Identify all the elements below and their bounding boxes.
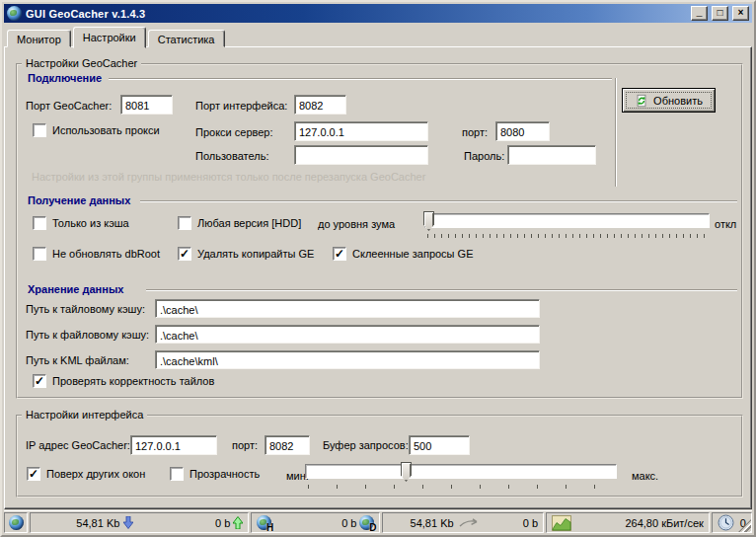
no-dbroot-update-checkbox[interactable]: Не обновлять dbRoot — [33, 247, 160, 261]
checkbox-box — [33, 216, 46, 230]
checkbox-box: ✓ — [27, 467, 40, 481]
connection-section-line — [109, 78, 612, 80]
transparency-label: Прозрачность — [189, 468, 260, 480]
any-version-checkbox[interactable]: Любая версия [HDD] — [178, 216, 301, 230]
app-globe-icon — [7, 6, 22, 21]
username-label: Пользователь: — [195, 150, 268, 162]
ip-address-input[interactable] — [130, 435, 217, 455]
iface-upload-value: 0 b — [523, 517, 538, 529]
file-cache-path-input[interactable] — [155, 325, 540, 344]
data-fetch-section-title: Получение данных — [28, 194, 130, 206]
slider-thumb[interactable] — [401, 462, 412, 482]
transparency-checkbox[interactable]: Прозрачность — [170, 467, 260, 481]
proxy-server-label: Прокси сервер: — [195, 126, 273, 138]
slider-ticks — [427, 234, 707, 238]
refresh-button[interactable]: Обновить — [622, 88, 716, 113]
password-input[interactable] — [507, 145, 596, 165]
proxy-port-label: порт: — [462, 126, 488, 138]
request-buffer-input[interactable] — [409, 435, 470, 455]
upload-arrow-icon — [233, 516, 243, 529]
glued-requests-checkbox[interactable]: ✓ Склеенные запросы GE — [333, 247, 473, 261]
ge-upload-value: 0 b — [215, 517, 230, 529]
interface-port-input[interactable] — [294, 95, 346, 115]
tab-strip: Монитор Настройки Статистика — [7, 26, 227, 47]
remove-copyrights-label: Удалять копирайты GE — [197, 248, 314, 260]
minimize-button[interactable]: _ — [691, 6, 708, 21]
zoom-level-slider[interactable] — [424, 211, 710, 239]
title-bar: GUI GeoCacher v.1.4.3 _ □ × — [4, 4, 752, 23]
checkbox-box — [178, 216, 191, 230]
app-window: GUI GeoCacher v.1.4.3 _ □ × Монитор Наст… — [0, 0, 756, 537]
remove-copyrights-checkbox[interactable]: ✓ Удалять копирайты GE — [178, 247, 314, 261]
checkbox-box: ✓ — [33, 374, 46, 388]
slider-ticks — [308, 485, 614, 489]
interface-port-label: Порт интерфейса: — [195, 100, 287, 112]
verify-tiles-label: Проверять корректность тайлов — [52, 375, 214, 387]
statusbar-ge-panel — [4, 512, 28, 533]
use-proxy-label: Использовать прокси — [52, 124, 160, 136]
storage-section-line — [146, 289, 737, 291]
slider-max-label: макс. — [632, 470, 658, 482]
any-version-label: Любая версия [HDD] — [197, 217, 301, 229]
hdd-cache-globe-icon: H — [257, 515, 271, 530]
cache-bytes-value: 0 b — [341, 517, 356, 529]
slider-thumb[interactable] — [423, 211, 434, 231]
checkbox-box — [33, 247, 46, 261]
close-button[interactable]: × — [732, 6, 749, 21]
db-cache-globe-icon: D — [359, 515, 374, 530]
checkbox-box — [170, 467, 184, 481]
statusbar-speed-panel: 264,80 кБит/сек — [546, 512, 710, 533]
statusbar-traffic-panel: 54,81 Kb 0 b — [30, 512, 249, 533]
request-buffer-label: Буфер запросов: — [323, 439, 409, 451]
restart-note: Настройки из этой группы применяются тол… — [32, 171, 425, 183]
username-input[interactable] — [294, 145, 428, 165]
slider-track[interactable] — [424, 213, 710, 228]
geocacher-port-input[interactable] — [120, 95, 173, 115]
use-proxy-checkbox[interactable]: Использовать прокси — [33, 123, 160, 137]
connection-section-title: Подключение — [28, 72, 102, 84]
proxy-server-input[interactable] — [294, 121, 428, 141]
zoom-limit-state-label: откл — [715, 218, 736, 230]
transfer-icon — [458, 517, 480, 528]
cache-only-checkbox[interactable]: Только из кэша — [33, 216, 129, 230]
iface-port-input[interactable] — [265, 435, 310, 455]
ge-download-value: 54,81 Kb — [76, 517, 119, 529]
status-bar: 54,81 Kb 0 b H 0 b D — [4, 510, 752, 533]
tab-statistics[interactable]: Статистика — [148, 30, 225, 47]
zoom-limit-label: до уровня зума — [318, 218, 395, 230]
slider-track[interactable] — [305, 464, 617, 479]
file-cache-path-label: Путь к файловому кэшу: — [26, 329, 149, 341]
password-label: Пароль: — [464, 150, 504, 162]
checkbox-box — [33, 123, 46, 137]
glued-requests-label: Склеенные запросы GE — [352, 248, 473, 260]
checkbox-box: ✓ — [333, 247, 346, 261]
speed-value: 264,80 кБит/сек — [625, 517, 703, 529]
proxy-port-input[interactable] — [495, 121, 550, 141]
statusbar-cache-panel: H 0 b D — [251, 512, 380, 533]
geocacher-settings-group-caption: Настройки GeoCacher — [22, 57, 141, 69]
tab-monitor[interactable]: Монитор — [7, 30, 71, 47]
data-fetch-section-line — [140, 200, 737, 202]
always-on-top-label: Поверх других окон — [46, 468, 145, 480]
checkbox-box: ✓ — [178, 247, 191, 261]
statusbar-iface-traffic-panel: 54,81 Kb 0 b — [382, 512, 544, 533]
download-arrow-icon — [123, 516, 133, 529]
storage-section-title: Хранение данных — [28, 283, 123, 295]
tab-settings[interactable]: Настройки — [73, 27, 146, 48]
iface-port-label: порт: — [232, 439, 258, 451]
maximize-button[interactable]: □ — [712, 6, 728, 21]
cache-only-label: Только из кэша — [52, 217, 129, 229]
interface-settings-group-caption: Настройки интерфейса — [22, 409, 147, 421]
kml-path-input[interactable] — [155, 350, 540, 369]
connection-vertical-separator — [615, 78, 617, 187]
tile-cache-path-label: Путь к тайловому кэшу: — [26, 303, 145, 315]
always-on-top-checkbox[interactable]: ✓ Поверх других окон — [27, 467, 145, 481]
kml-path-label: Путь к KML файлам: — [26, 354, 129, 366]
verify-tiles-checkbox[interactable]: ✓ Проверять корректность тайлов — [33, 374, 214, 388]
no-dbroot-update-label: Не обновлять dbRoot — [52, 248, 160, 260]
transparency-slider[interactable] — [305, 462, 617, 492]
tile-cache-path-input[interactable] — [155, 299, 540, 318]
speed-chart-icon — [552, 515, 571, 531]
ip-address-label: IP адрес GeoCacher: — [26, 439, 130, 451]
geocacher-port-label: Порт GeoCacher: — [26, 100, 112, 112]
